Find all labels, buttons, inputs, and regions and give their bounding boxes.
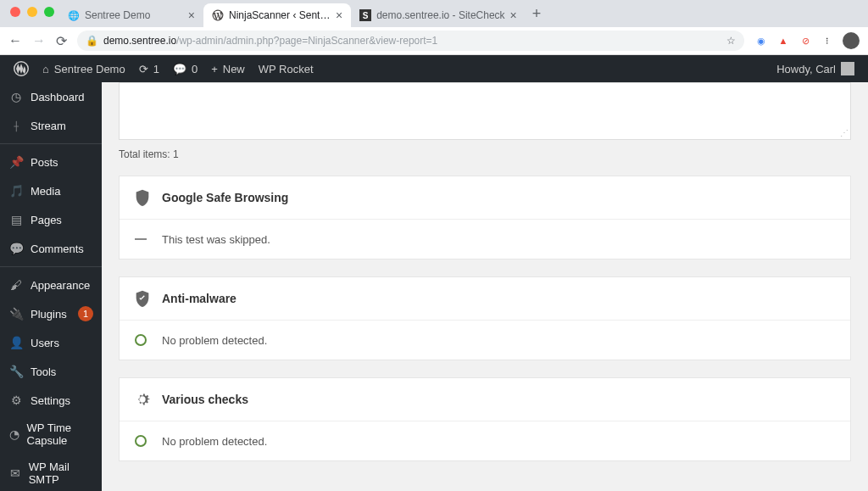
sidebar-item-tools[interactable]: 🔧Tools	[0, 357, 102, 386]
section-header: Various checks	[120, 378, 850, 421]
status-ok-icon	[133, 433, 148, 449]
section-header: Anti-malware	[120, 277, 850, 320]
sidebar-label: Appearance	[31, 279, 90, 292]
extension-icon[interactable]: ◉	[754, 34, 768, 47]
wprocket-label: WP Rocket	[259, 63, 314, 75]
clock-icon: ◔	[8, 427, 20, 442]
forward-button[interactable]: →	[32, 33, 46, 48]
sidebar-label: Stream	[31, 120, 66, 132]
url-path: /wp-admin/admin.php?page=NinjaScanner&vi…	[176, 35, 437, 47]
home-icon: ⌂	[42, 63, 49, 75]
star-icon[interactable]: ☆	[726, 35, 736, 47]
globe-icon: 🌐	[68, 9, 80, 21]
admin-sidebar: ◷Dashboard⟊Stream📌Posts🎵Media▤Pages💬Comm…	[0, 82, 102, 491]
wp-admin-bar: ⌂ Sentree Demo ⟳ 1 💬 0 + New WP Rocket H…	[0, 55, 868, 82]
wp-logo-menu[interactable]	[7, 55, 36, 82]
sidebar-label: Dashboard	[31, 91, 85, 103]
updates-menu[interactable]: ⟳ 1	[132, 55, 166, 82]
sidebar-item-posts[interactable]: 📌Posts	[0, 148, 102, 176]
minimize-window-button[interactable]	[27, 7, 37, 17]
sidebar-item-users[interactable]: 👤Users	[0, 328, 102, 357]
back-button[interactable]: ←	[8, 33, 22, 48]
tab-title: NinjaScanner ‹ Sentree Demo	[229, 9, 331, 21]
section-body: No problem detected.	[120, 421, 850, 460]
sidebar-item-dashboard[interactable]: ◷Dashboard	[0, 82, 102, 111]
extension-icon[interactable]: ⊘	[798, 34, 812, 47]
sidebar-item-mailsmtp[interactable]: ✉WP Mail SMTP	[0, 454, 102, 491]
scan-section: Anti-malwareNo problem detected.	[119, 276, 851, 360]
total-items-label: Total items:	[119, 148, 170, 160]
sidebar-item-stream[interactable]: ⟊Stream	[0, 111, 102, 140]
close-window-button[interactable]	[10, 7, 20, 17]
total-items-value: 1	[173, 148, 179, 160]
wp-rocket-menu[interactable]: WP Rocket	[252, 55, 320, 82]
section-title: Various checks	[162, 393, 248, 406]
wrench-icon: 🔧	[8, 364, 24, 379]
extension-icon[interactable]: ▲	[776, 34, 790, 47]
media-icon: 🎵	[8, 183, 24, 198]
sitecheck-icon: S	[359, 9, 371, 21]
total-items-row: Total items: 1	[119, 148, 851, 160]
sidebar-label: Pages	[31, 214, 62, 226]
wordpress-icon	[212, 9, 224, 21]
resize-handle-icon[interactable]: ⋰	[840, 128, 849, 137]
section-title: Anti-malware	[162, 292, 236, 305]
sliders-icon: ⚙	[8, 393, 24, 408]
new-content-menu[interactable]: + New	[204, 55, 252, 82]
sidebar-item-timecapsule[interactable]: ◔WP Time Capsule	[0, 415, 102, 454]
close-tab-icon[interactable]: ×	[188, 8, 195, 22]
comments-count: 0	[192, 63, 198, 75]
sidebar-label: Settings	[31, 394, 70, 407]
sidebar-item-media[interactable]: 🎵Media	[0, 176, 102, 205]
plus-icon: +	[211, 63, 218, 75]
extension-icon[interactable]: ⁝	[821, 34, 834, 47]
user-icon: 👤	[8, 335, 24, 350]
browser-tab-1[interactable]: 🌐 Sentree Demo ×	[59, 3, 203, 27]
browser-tab-3[interactable]: S demo.sentree.io - SiteCheck ×	[351, 3, 526, 27]
scan-section: Google Safe BrowsingThis test was skippe…	[119, 176, 851, 259]
tab-title: demo.sentree.io - SiteCheck	[376, 9, 504, 21]
sidebar-item-appearance[interactable]: 🖌Appearance	[0, 271, 102, 299]
browser-tab-strip: 🌐 Sentree Demo × NinjaScanner ‹ Sentree …	[0, 0, 868, 27]
sidebar-label: Media	[31, 185, 60, 198]
browser-chrome: 🌐 Sentree Demo × NinjaScanner ‹ Sentree …	[0, 0, 868, 55]
sidebar-label: Users	[31, 337, 59, 349]
section-message: This test was skipped.	[162, 233, 270, 246]
stream-icon: ⟊	[8, 118, 24, 133]
section-title: Google Safe Browsing	[162, 191, 288, 204]
site-name: Sentree Demo	[54, 63, 125, 75]
site-name-menu[interactable]: ⌂ Sentree Demo	[36, 55, 132, 82]
updates-count: 1	[153, 63, 159, 75]
my-account-menu[interactable]: Howdy, Carl	[770, 62, 861, 75]
mail-icon: ✉	[8, 466, 22, 481]
update-badge: 1	[78, 306, 93, 321]
browser-tab-2[interactable]: NinjaScanner ‹ Sentree Demo ×	[203, 3, 351, 27]
tab-title: Sentree Demo	[85, 9, 150, 21]
url-input[interactable]: 🔒 demo.sentree.io/wp-admin/admin.php?pag…	[77, 31, 744, 51]
sidebar-label: WP Mail SMTP	[29, 460, 93, 486]
sidebar-label: Plugins	[31, 308, 67, 321]
close-tab-icon[interactable]: ×	[510, 8, 517, 22]
comment-icon: 💬	[8, 241, 24, 256]
sidebar-item-comments[interactable]: 💬Comments	[0, 234, 102, 263]
sidebar-item-plugins[interactable]: 🔌Plugins1	[0, 299, 102, 328]
page-icon: ▤	[8, 212, 24, 227]
howdy-text: Howdy, Carl	[776, 63, 836, 75]
maximize-window-button[interactable]	[44, 7, 54, 17]
report-textarea[interactable]: ⋰	[119, 82, 851, 140]
status-ok-icon	[133, 332, 148, 348]
gear-solid-icon	[133, 390, 152, 409]
scan-section: Various checksNo problem detected.	[119, 377, 851, 461]
main-content: ⋰ Total items: 1 Google Safe BrowsingThi…	[102, 82, 868, 491]
close-tab-icon[interactable]: ×	[336, 8, 342, 22]
sidebar-item-pages[interactable]: ▤Pages	[0, 205, 102, 234]
lock-icon: 🔒	[86, 35, 98, 47]
plug-icon: 🔌	[8, 306, 24, 321]
profile-avatar[interactable]	[843, 32, 860, 49]
sidebar-item-settings[interactable]: ⚙Settings	[0, 386, 102, 415]
new-tab-button[interactable]: +	[526, 5, 548, 23]
reload-button[interactable]: ⟳	[56, 33, 67, 49]
extension-icons: ◉ ▲ ⊘ ⁝	[754, 32, 860, 49]
comments-menu[interactable]: 💬 0	[166, 55, 204, 82]
dashboard-icon: ◷	[8, 89, 24, 104]
